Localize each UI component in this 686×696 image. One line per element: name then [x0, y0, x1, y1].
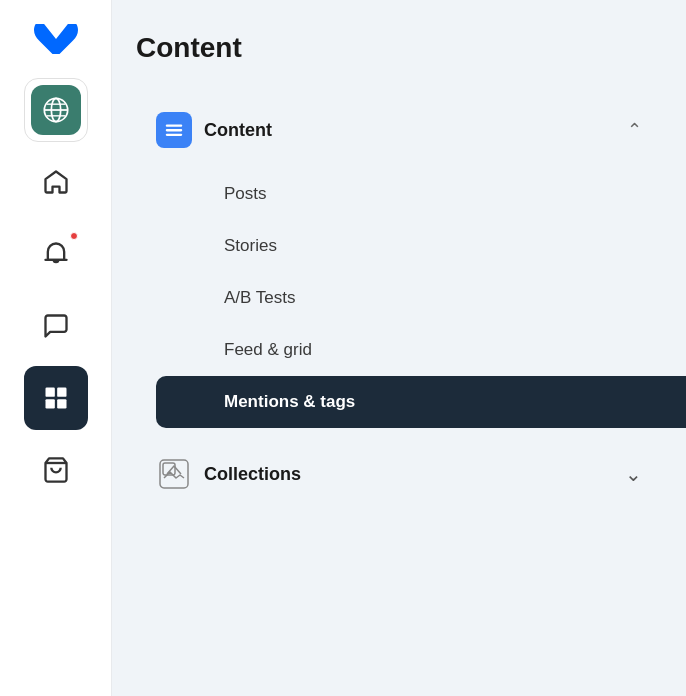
collections-icon-box	[156, 456, 192, 492]
sidebar-item-messages[interactable]	[24, 294, 88, 358]
home-icon	[42, 168, 70, 196]
collections-section-header[interactable]: Collections ⌄	[136, 440, 662, 508]
collections-section-title: Collections	[204, 464, 613, 485]
sidebar-item-home[interactable]	[24, 150, 88, 214]
page-title: Content	[136, 32, 662, 64]
chevron-up-icon: ⌃	[627, 119, 642, 141]
svg-rect-11	[166, 134, 183, 136]
svg-rect-5	[45, 388, 54, 397]
content-section-header[interactable]: Content ⌃	[136, 96, 662, 164]
content-section: Content ⌃ Posts Stories A/B Tests Feed &…	[136, 96, 662, 432]
meta-logo[interactable]	[26, 24, 86, 54]
sidebar-item-shop[interactable]	[24, 438, 88, 502]
content-section-title: Content	[204, 120, 615, 141]
chevron-down-icon: ⌄	[625, 462, 642, 486]
nav-item-stories[interactable]: Stories	[204, 220, 662, 272]
lines-icon	[163, 119, 185, 141]
content-section-icon-box	[156, 112, 192, 148]
sidebar-item-content[interactable]	[24, 366, 88, 430]
shop-icon	[42, 456, 70, 484]
main-content: Content Content ⌃ Posts Stories A/B Te	[112, 0, 686, 696]
content-icon	[42, 384, 70, 412]
svg-rect-9	[166, 125, 183, 127]
notification-badge	[70, 232, 78, 240]
nav-menu: Content ⌃ Posts Stories A/B Tests Feed &…	[136, 96, 662, 508]
svg-rect-6	[57, 388, 66, 397]
svg-rect-7	[45, 399, 54, 408]
avatar-icon	[31, 85, 81, 135]
content-sub-items: Posts Stories A/B Tests Feed & grid Ment…	[136, 164, 662, 432]
sidebar	[0, 0, 112, 696]
collections-icon	[156, 456, 192, 492]
chat-icon	[42, 312, 70, 340]
bell-icon	[42, 240, 70, 268]
nav-item-ab-tests[interactable]: A/B Tests	[204, 272, 662, 324]
nav-item-mentions-tags[interactable]: Mentions & tags	[156, 376, 686, 428]
profile-avatar[interactable]	[24, 78, 88, 142]
svg-rect-8	[57, 399, 66, 408]
sidebar-item-notifications[interactable]	[24, 222, 88, 286]
svg-rect-10	[166, 129, 183, 131]
nav-item-posts[interactable]: Posts	[204, 168, 662, 220]
nav-item-feed-grid[interactable]: Feed & grid	[204, 324, 662, 376]
